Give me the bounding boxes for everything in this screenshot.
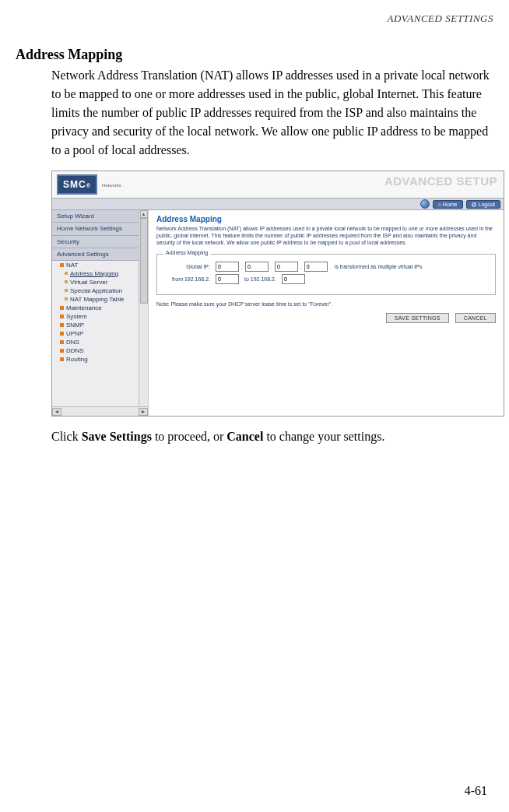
save-settings-button[interactable]: SAVE SETTINGS <box>386 313 449 323</box>
panel-title: Address Mapping <box>156 215 496 223</box>
sidebar-item-system[interactable]: System <box>52 312 148 321</box>
bullet-icon <box>60 315 64 318</box>
scroll-left-icon[interactable]: ◄ <box>52 408 61 416</box>
sidebar-item-label: DDNS <box>66 347 84 354</box>
sidebar-item-label: Routing <box>66 356 88 363</box>
sidebar-item-setup-wizard[interactable]: Setup Wizard <box>52 210 148 223</box>
scroll-up-icon[interactable]: ▲ <box>140 210 148 218</box>
sidebar-item-special-application[interactable]: Special Application <box>52 286 148 295</box>
closing-save-bold: Save Settings <box>82 430 152 443</box>
global-ip-octet-4[interactable] <box>304 262 328 272</box>
address-mapping-fieldset: Address Mapping Global IP: . . . is tran… <box>156 254 496 295</box>
sidebar-item-label: DNS <box>66 339 79 346</box>
bullet-icon <box>60 349 64 353</box>
dhcp-note: Note: Please make sure your DHCP server … <box>156 301 496 307</box>
bullet-icon <box>65 289 68 292</box>
scroll-thumb[interactable] <box>140 218 148 304</box>
globe-icon <box>420 199 430 209</box>
bullet-icon <box>60 323 64 327</box>
sidebar-item-nat-mapping-table[interactable]: NAT Mapping Table <box>52 295 148 304</box>
closing-text-post: to change your settings. <box>263 430 384 443</box>
sidebar-item-dns[interactable]: DNS <box>52 338 148 346</box>
logo-subtext: Networks <box>102 183 121 188</box>
scroll-right-icon[interactable]: ► <box>139 408 148 416</box>
fieldset-legend: Address Mapping <box>163 250 210 255</box>
dot-separator: . <box>300 264 302 269</box>
global-ip-octet-1[interactable] <box>216 262 239 272</box>
logout-button[interactable]: @ Logout <box>466 200 500 209</box>
closing-cancel-bold: Cancel <box>226 430 263 443</box>
button-row: SAVE SETTINGS CANCEL <box>156 313 496 323</box>
section-title: Address Mapping <box>16 47 493 63</box>
logo-reg: ® <box>86 183 91 188</box>
sidebar-item-nat[interactable]: NAT <box>52 261 148 269</box>
ip-range-row: from 192.168.2. to 192.168.2. <box>163 274 489 284</box>
ip-range-to-label: to 192.168.2. <box>244 276 276 282</box>
sidebar-item-label: NAT Mapping Table <box>70 296 124 303</box>
screenshot-topbar: SMC® Networks ADVANCED SETUP <box>52 171 504 198</box>
screenshot-utilbar: ⌂ Home @ Logout <box>52 198 504 210</box>
sidebar-item-label: Maintenance <box>66 304 102 311</box>
global-ip-octet-3[interactable] <box>275 262 298 272</box>
sidebar-item-ddns[interactable]: DDNS <box>52 346 148 355</box>
embedded-screenshot: SMC® Networks ADVANCED SETUP ⌂ Home @ Lo… <box>51 170 504 417</box>
bullet-icon <box>60 340 64 344</box>
bullet-icon <box>65 272 68 275</box>
bullet-icon <box>60 263 64 267</box>
cancel-button[interactable]: CANCEL <box>455 313 496 323</box>
page-number: 4-61 <box>465 784 487 798</box>
dot-separator: . <box>241 264 243 269</box>
sidebar-item-label: Special Application <box>70 287 122 294</box>
logo-text: SMC <box>63 179 86 190</box>
sidebar-item-upnp[interactable]: UPNP <box>52 329 148 338</box>
closing-paragraph: Click Save Settings to proceed, or Cance… <box>51 427 493 446</box>
dot-separator: . <box>271 264 272 269</box>
sidebar-item-routing[interactable]: Routing <box>52 355 148 364</box>
home-button-label: Home <box>443 202 458 207</box>
sidebar-item-label: UPNP <box>66 330 83 337</box>
sidebar-item-label: System <box>66 313 87 320</box>
bullet-icon <box>65 297 68 301</box>
sidebar: Setup Wizard Home Network Settings Secur… <box>52 210 149 416</box>
bullet-icon <box>60 332 64 336</box>
bullet-icon <box>65 280 68 283</box>
ip-range-from-label: from 192.168.2. <box>163 276 213 282</box>
sidebar-scrollbar-horizontal[interactable]: ◄ ► <box>52 406 148 416</box>
sidebar-item-snmp[interactable]: SNMP <box>52 321 148 329</box>
sidebar-item-label: NAT <box>66 262 78 269</box>
global-ip-tail-text: is transformed as multiple virtual IPs <box>335 264 422 269</box>
bullet-icon <box>60 306 64 310</box>
ip-range-from-input[interactable] <box>216 274 239 284</box>
sidebar-item-label: Address Mapping <box>70 270 118 277</box>
bullet-icon <box>60 357 64 361</box>
global-ip-label: Global IP: <box>163 264 213 269</box>
closing-text-pre: Click <box>51 430 82 443</box>
global-ip-row: Global IP: . . . is transformed as multi… <box>163 262 489 272</box>
ip-range-to-input[interactable] <box>282 274 305 284</box>
page-header: ADVANCED SETTINGS <box>16 12 493 25</box>
main-panel: Address Mapping Network Address Translat… <box>149 210 504 416</box>
closing-text-mid: to proceed, or <box>152 430 226 443</box>
screenshot-body: Setup Wizard Home Network Settings Secur… <box>52 210 504 416</box>
sidebar-item-security[interactable]: Security <box>52 236 148 248</box>
sidebar-item-label: Virtual Server <box>70 279 107 286</box>
sidebar-item-label: SNMP <box>66 322 84 329</box>
sidebar-item-advanced-settings[interactable]: Advanced Settings <box>52 248 148 261</box>
intro-paragraph: Network Address Translation (NAT) allows… <box>51 66 493 160</box>
sidebar-item-maintenance[interactable]: Maintenance <box>52 304 148 312</box>
sidebar-item-address-mapping[interactable]: Address Mapping <box>52 269 148 278</box>
logout-button-label: Logout <box>479 202 495 207</box>
sidebar-item-home-network[interactable]: Home Network Settings <box>52 223 148 236</box>
sidebar-item-virtual-server[interactable]: Virtual Server <box>52 278 148 286</box>
advanced-setup-label: ADVANCED SETUP <box>384 174 497 188</box>
global-ip-octet-2[interactable] <box>245 262 269 272</box>
logo: SMC® <box>57 174 97 195</box>
home-button[interactable]: ⌂ Home <box>433 200 463 209</box>
sidebar-scrollbar-vertical[interactable]: ▲ <box>139 210 148 406</box>
panel-description: Network Address Translation (NAT) allows… <box>156 226 496 246</box>
